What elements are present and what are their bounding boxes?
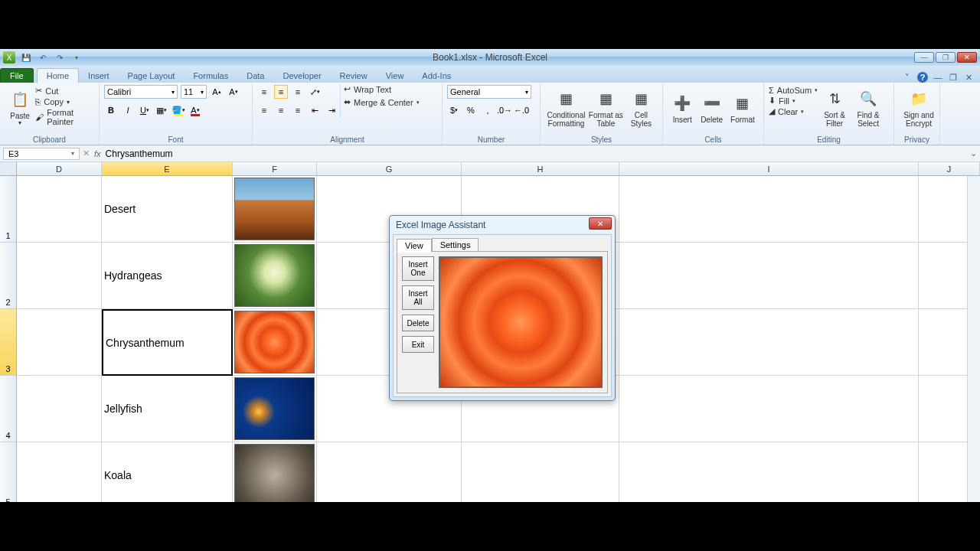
cell-I2[interactable]	[619, 243, 919, 309]
select-all-button[interactable]	[0, 162, 17, 176]
column-header-J[interactable]: J	[919, 162, 980, 175]
delete-button[interactable]: Delete	[402, 315, 434, 331]
font-color-button[interactable]: A▾	[188, 103, 202, 117]
dialog-tab-view[interactable]: View	[397, 239, 432, 253]
cell-H5[interactable]	[462, 442, 619, 502]
column-header-D[interactable]: D	[17, 162, 102, 175]
cell-F4[interactable]	[233, 376, 317, 442]
comma-icon[interactable]: ,	[481, 103, 495, 117]
maximize-button[interactable]: ❐	[936, 52, 956, 63]
shrink-font-icon[interactable]: A▾	[227, 85, 240, 99]
sort-filter-button[interactable]: ⇅Sort & Filter	[818, 84, 851, 133]
format-painter-button[interactable]: 🖌Format Painter	[35, 108, 94, 126]
merge-center-button[interactable]: ⬌Merge & Center▾	[344, 97, 420, 107]
cell-E5[interactable]: Koala	[102, 442, 233, 502]
cell-styles-button[interactable]: ▦Cell Styles	[625, 84, 658, 133]
tab-view[interactable]: View	[377, 69, 413, 83]
sign-encrypt-button[interactable]: 📁Sign and Encrypt	[899, 84, 939, 133]
dialog-titlebar[interactable]: Excel Image Assistant ✕	[390, 216, 615, 234]
orientation-icon[interactable]: ⤢▾	[308, 85, 322, 99]
fill-button[interactable]: ⬇Fill▾	[769, 96, 818, 106]
cell-I5[interactable]	[619, 442, 919, 502]
increase-decimal-icon[interactable]: .0→	[498, 103, 511, 117]
tab-insert[interactable]: Insert	[79, 69, 119, 83]
increase-indent-icon[interactable]: ⇥	[325, 103, 338, 117]
tab-file[interactable]: File	[0, 68, 34, 83]
cell-D1[interactable]	[17, 176, 102, 243]
number-format-select[interactable]: General▾	[447, 85, 531, 99]
row-header-4[interactable]: 4	[0, 376, 16, 442]
dialog-tab-settings[interactable]: Settings	[432, 238, 479, 252]
column-header-F[interactable]: F	[233, 162, 317, 175]
cell-D2[interactable]	[17, 243, 102, 309]
thumbnail-jellyfish[interactable]	[234, 377, 315, 440]
row-header-3[interactable]: 3	[0, 309, 16, 376]
qat-dropdown-icon[interactable]: ▾	[70, 51, 83, 64]
child-close-icon[interactable]: ✕	[963, 72, 974, 83]
conditional-formatting-button[interactable]: ▦Conditional Formatting	[545, 84, 587, 133]
save-icon[interactable]: 💾	[20, 51, 32, 64]
tab-home[interactable]: Home	[37, 68, 79, 83]
fx-icon[interactable]: fx	[94, 149, 101, 158]
tab-page-layout[interactable]: Page Layout	[119, 69, 185, 83]
expand-formula-icon[interactable]: ⌄	[967, 148, 980, 158]
format-as-table-button[interactable]: ▦Format as Table	[587, 84, 625, 133]
clear-button[interactable]: ◢Clear▾	[769, 106, 818, 116]
copy-button[interactable]: ⎘Copy▾	[35, 97, 94, 106]
cell-G5[interactable]	[317, 442, 462, 502]
cell-F5[interactable]	[233, 442, 317, 502]
align-center-icon[interactable]: ≡	[274, 103, 288, 117]
delete-cells-button[interactable]: ➖Delete	[697, 84, 726, 133]
insert-cells-button[interactable]: ➕Insert	[668, 84, 697, 133]
cell-E2[interactable]: Hydrangeas	[102, 243, 233, 309]
column-header-H[interactable]: H	[462, 162, 619, 175]
accounting-icon[interactable]: $▾	[447, 103, 461, 117]
cell-E1[interactable]: Desert	[102, 176, 233, 243]
cell-F2[interactable]	[233, 243, 317, 309]
cell-I3[interactable]	[619, 309, 919, 376]
minimize-ribbon-icon[interactable]: ˅	[902, 72, 913, 83]
thumbnail-koala[interactable]	[234, 444, 315, 502]
font-name-select[interactable]: Calibri▾	[104, 85, 178, 99]
font-size-select[interactable]: 11▾	[181, 85, 207, 99]
formula-input[interactable]	[106, 148, 967, 159]
cell-I1[interactable]	[619, 176, 919, 243]
vertical-scrollbar[interactable]	[967, 176, 980, 502]
cell-D3[interactable]	[17, 309, 102, 376]
align-top-icon[interactable]: ≡	[257, 85, 271, 99]
percent-icon[interactable]: %	[464, 103, 478, 117]
exit-button[interactable]: Exit	[402, 336, 434, 353]
column-header-E[interactable]: E	[102, 162, 233, 175]
tab-formulas[interactable]: Formulas	[184, 69, 237, 83]
tab-data[interactable]: Data	[237, 69, 273, 83]
minimize-button[interactable]: —	[914, 52, 934, 63]
fill-color-button[interactable]: 🪣▾	[172, 103, 185, 117]
close-button[interactable]: ✕	[957, 52, 977, 63]
tab-review[interactable]: Review	[331, 69, 377, 83]
format-cells-button[interactable]: ▦Format	[727, 84, 759, 133]
child-minimize-icon[interactable]: —	[933, 72, 943, 83]
align-bottom-icon[interactable]: ≡	[291, 85, 305, 99]
row-header-5[interactable]: 5	[0, 442, 16, 502]
insert-all-button[interactable]: Insert All	[402, 285, 434, 310]
row-header-1[interactable]: 1	[0, 176, 16, 243]
thumbnail-hydrangeas[interactable]	[234, 244, 315, 307]
cell-D5[interactable]	[17, 442, 102, 502]
help-icon[interactable]: ?	[917, 72, 928, 83]
tab-addins[interactable]: Add-Ins	[413, 69, 460, 83]
border-button[interactable]: ▦▾	[155, 103, 168, 117]
undo-icon[interactable]: ↶	[37, 51, 49, 64]
underline-button[interactable]: U▾	[138, 103, 152, 117]
autosum-button[interactable]: ΣAutoSum▾	[769, 86, 818, 95]
decrease-decimal-icon[interactable]: ←.0	[514, 103, 528, 117]
thumbnail-desert[interactable]	[234, 178, 315, 240]
cancel-formula-icon[interactable]: ✕	[83, 148, 90, 158]
cut-button[interactable]: ✂Cut	[35, 86, 94, 96]
name-box[interactable]: E3▾	[3, 148, 80, 160]
bold-button[interactable]: B	[104, 103, 118, 117]
decrease-indent-icon[interactable]: ⇤	[308, 103, 322, 117]
align-middle-icon[interactable]: ≡	[274, 85, 288, 99]
column-header-I[interactable]: I	[619, 162, 919, 175]
child-restore-icon[interactable]: ❐	[948, 72, 959, 83]
dialog-close-button[interactable]: ✕	[589, 217, 612, 230]
